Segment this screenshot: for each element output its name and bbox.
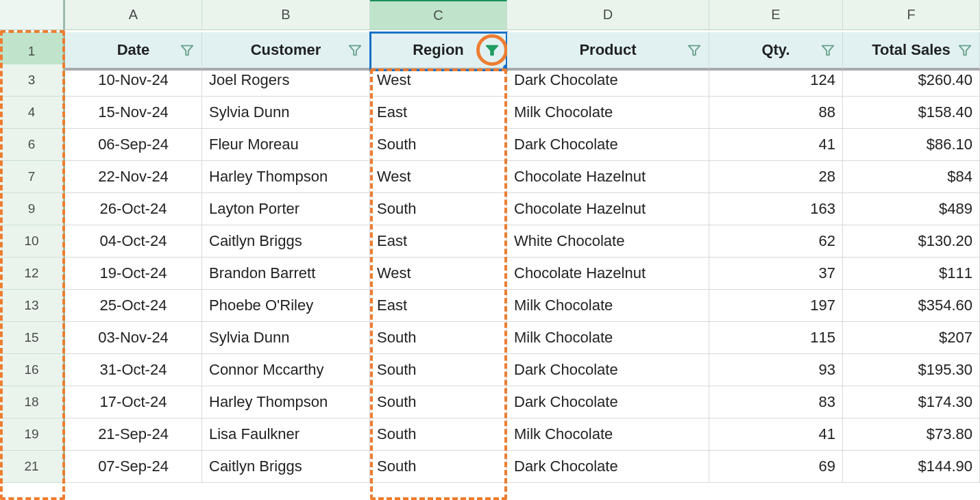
cell-customer[interactable]: Lisa Faulkner: [202, 418, 370, 451]
row-header[interactable]: 7: [0, 161, 65, 193]
row-header[interactable]: 6: [0, 129, 65, 161]
table-header-customer[interactable]: Customer: [202, 32, 370, 71]
cell-total[interactable]: $195.30: [843, 354, 980, 386]
row-header[interactable]: 12: [0, 258, 65, 290]
cell-customer[interactable]: Layton Porter: [202, 193, 370, 225]
row-header[interactable]: 16: [0, 354, 65, 386]
cell-product[interactable]: Dark Chocolate: [507, 354, 709, 386]
cell-region[interactable]: South: [370, 354, 507, 386]
cell-product[interactable]: Chocolate Hazelnut: [507, 258, 709, 290]
cell-customer[interactable]: Sylvia Dunn: [202, 322, 370, 354]
cell-qty[interactable]: 41: [709, 129, 843, 161]
cell-region[interactable]: East: [370, 97, 507, 129]
cell-customer[interactable]: Phoebe O'Riley: [202, 290, 370, 322]
cell-date[interactable]: 31-Oct-24: [65, 354, 202, 386]
row-header[interactable]: 19: [0, 418, 65, 451]
cell-region[interactable]: South: [370, 129, 507, 161]
row-header[interactable]: 9: [0, 193, 65, 225]
table-header-qty-[interactable]: Qty.: [709, 32, 843, 71]
cell-region[interactable]: West: [370, 161, 507, 193]
cell-total[interactable]: $130.20: [843, 225, 980, 258]
cell-region[interactable]: South: [370, 386, 507, 418]
cell-total[interactable]: $73.80: [843, 418, 980, 451]
cell-date[interactable]: 22-Nov-24: [65, 161, 202, 193]
cell-qty[interactable]: 93: [709, 354, 843, 386]
cell-total[interactable]: $489: [843, 193, 980, 225]
table-header-date[interactable]: Date: [65, 32, 202, 71]
cell-product[interactable]: Chocolate Hazelnut: [507, 161, 709, 193]
column-header-A[interactable]: A: [65, 0, 202, 30]
cell-region[interactable]: South: [370, 322, 507, 354]
cell-qty[interactable]: 62: [709, 225, 843, 258]
cell-customer[interactable]: Caitlyn Briggs: [202, 225, 370, 258]
cell-total[interactable]: $354.60: [843, 290, 980, 322]
column-header-E[interactable]: E: [709, 0, 843, 30]
column-header-B[interactable]: B: [202, 0, 370, 30]
cell-customer[interactable]: Fleur Moreau: [202, 129, 370, 161]
cell-region[interactable]: East: [370, 225, 507, 258]
cell-date[interactable]: 04-Oct-24: [65, 225, 202, 258]
cell-total[interactable]: $84: [843, 161, 980, 193]
cell-region[interactable]: South: [370, 451, 507, 483]
select-all-corner[interactable]: [0, 0, 65, 30]
cell-total[interactable]: $174.30: [843, 386, 980, 418]
cell-qty[interactable]: 69: [709, 451, 843, 483]
cell-date[interactable]: 26-Oct-24: [65, 193, 202, 225]
table-header-region[interactable]: Region: [370, 32, 507, 71]
cell-qty[interactable]: 83: [709, 386, 843, 418]
cell-total[interactable]: $158.40: [843, 97, 980, 129]
cell-product[interactable]: White Chocolate: [507, 225, 709, 258]
row-header[interactable]: 10: [0, 225, 65, 258]
cell-date[interactable]: 15-Nov-24: [65, 97, 202, 129]
cell-product[interactable]: Milk Chocolate: [507, 418, 709, 451]
cell-product[interactable]: Milk Chocolate: [507, 290, 709, 322]
cell-qty[interactable]: 163: [709, 193, 843, 225]
filter-icon[interactable]: [819, 41, 837, 59]
cell-date[interactable]: 17-Oct-24: [65, 386, 202, 418]
filter-icon[interactable]: [178, 41, 196, 59]
row-header[interactable]: 4: [0, 97, 65, 129]
table-header-product[interactable]: Product: [507, 32, 709, 71]
cell-region[interactable]: South: [370, 418, 507, 451]
cell-date[interactable]: 03-Nov-24: [65, 322, 202, 354]
cell-customer[interactable]: Caitlyn Briggs: [202, 451, 370, 483]
cell-product[interactable]: Milk Chocolate: [507, 322, 709, 354]
row-header[interactable]: 15: [0, 322, 65, 354]
filter-icon[interactable]: [346, 41, 364, 59]
filter-icon[interactable]: [483, 41, 501, 59]
row-header[interactable]: 21: [0, 451, 65, 483]
cell-qty[interactable]: 197: [709, 290, 843, 322]
cell-qty[interactable]: 41: [709, 418, 843, 451]
cell-date[interactable]: 06-Sep-24: [65, 129, 202, 161]
row-header[interactable]: 13: [0, 290, 65, 322]
cell-region[interactable]: South: [370, 193, 507, 225]
cell-region[interactable]: East: [370, 290, 507, 322]
cell-total[interactable]: $207: [843, 322, 980, 354]
cell-product[interactable]: Dark Chocolate: [507, 129, 709, 161]
cell-customer[interactable]: Sylvia Dunn: [202, 97, 370, 129]
column-header-D[interactable]: D: [507, 0, 709, 30]
filter-icon[interactable]: [685, 41, 703, 59]
cell-date[interactable]: 07-Sep-24: [65, 451, 202, 483]
cell-product[interactable]: Milk Chocolate: [507, 97, 709, 129]
filter-icon[interactable]: [956, 41, 974, 59]
cell-qty[interactable]: 28: [709, 161, 843, 193]
column-header-F[interactable]: F: [843, 0, 980, 30]
cell-product[interactable]: Dark Chocolate: [507, 451, 709, 483]
row-header[interactable]: 3: [0, 64, 65, 97]
cell-date[interactable]: 21-Sep-24: [65, 418, 202, 451]
cell-product[interactable]: Chocolate Hazelnut: [507, 193, 709, 225]
cell-region[interactable]: West: [370, 258, 507, 290]
cell-qty[interactable]: 88: [709, 97, 843, 129]
cell-date[interactable]: 25-Oct-24: [65, 290, 202, 322]
cell-total[interactable]: $111: [843, 258, 980, 290]
cell-qty[interactable]: 115: [709, 322, 843, 354]
column-header-C[interactable]: C: [370, 0, 507, 30]
cell-product[interactable]: Dark Chocolate: [507, 386, 709, 418]
cell-customer[interactable]: Harley Thompson: [202, 161, 370, 193]
cell-total[interactable]: $144.90: [843, 451, 980, 483]
cell-total[interactable]: $86.10: [843, 129, 980, 161]
cell-customer[interactable]: Harley Thompson: [202, 386, 370, 418]
cell-customer[interactable]: Connor Mccarthy: [202, 354, 370, 386]
table-header-total-sales[interactable]: Total Sales: [843, 32, 980, 71]
